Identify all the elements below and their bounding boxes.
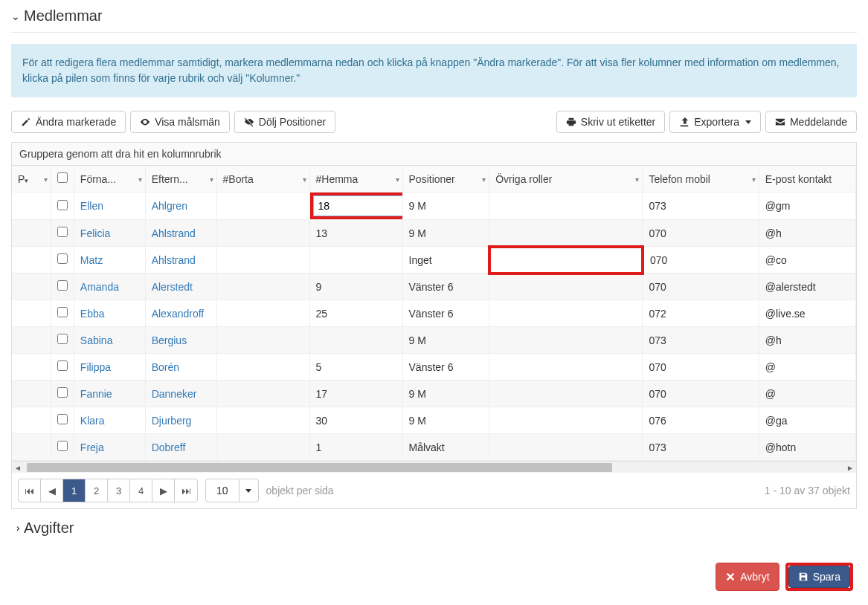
home-cell[interactable]: 13 <box>309 220 402 247</box>
col-menu-icon[interactable]: ▾ <box>396 175 399 183</box>
col-menu-icon[interactable]: ▾ <box>44 175 48 183</box>
home-cell[interactable]: 30 <box>309 407 402 434</box>
col-home[interactable]: #Hemma▾ <box>309 166 402 192</box>
roles-cell[interactable] <box>489 192 643 220</box>
away-cell[interactable] <box>216 300 309 327</box>
col-menu-icon[interactable]: ▾ <box>635 175 639 183</box>
row-checkbox[interactable] <box>57 253 68 264</box>
home-cell[interactable]: 25 <box>309 300 402 327</box>
roles-cell[interactable] <box>489 247 643 274</box>
away-cell[interactable] <box>216 434 309 461</box>
positions-cell[interactable]: 9 M <box>402 407 489 434</box>
section-fees-header[interactable]: ⌄ Avgifter <box>11 520 857 537</box>
home-cell[interactable] <box>309 327 402 354</box>
lastname-link[interactable]: Djurberg <box>152 415 192 427</box>
lastname-link[interactable]: Dobreff <box>152 441 186 453</box>
roles-cell[interactable] <box>489 300 643 327</box>
horizontal-scrollbar[interactable]: ◄ ► <box>12 461 856 473</box>
col-roles[interactable]: Övriga roller▾ <box>489 166 643 192</box>
row-checkbox[interactable] <box>57 414 68 424</box>
firstname-link[interactable]: Klara <box>80 415 105 427</box>
row-checkbox[interactable] <box>57 280 68 291</box>
message-button[interactable]: Meddelande <box>765 111 857 133</box>
firstname-link[interactable]: Amanda <box>80 281 119 293</box>
away-cell[interactable] <box>216 274 309 300</box>
positions-cell[interactable]: 9 M <box>402 192 489 220</box>
positions-cell[interactable]: Vänster 6 <box>402 274 489 300</box>
col-phone[interactable]: Telefon mobil▾ <box>643 166 759 192</box>
save-button[interactable]: Spara <box>788 566 850 588</box>
row-checkbox[interactable] <box>57 200 68 210</box>
section-members-header[interactable]: ⌄ Medlemmar <box>11 7 857 25</box>
home-number-input[interactable] <box>313 195 403 216</box>
row-checkbox[interactable] <box>57 307 68 317</box>
pager-page-1[interactable]: 1 <box>63 479 86 502</box>
pager-page-3[interactable]: 3 <box>108 479 130 502</box>
table-row[interactable]: SabinaBergius9 M073@h <box>12 327 856 354</box>
away-cell[interactable] <box>216 381 309 407</box>
roles-cell[interactable] <box>489 327 643 354</box>
scroll-thumb[interactable] <box>27 463 612 472</box>
table-row[interactable]: FannieDanneker179 M070@ <box>12 381 856 407</box>
pager-next[interactable]: ▶ <box>152 479 175 502</box>
table-row[interactable]: AmandaAlerstedt9Vänster 6070@alerstedt <box>12 274 856 300</box>
firstname-link[interactable]: Fannie <box>80 388 112 400</box>
roles-cell[interactable] <box>489 354 643 381</box>
away-cell[interactable] <box>216 327 309 354</box>
lastname-link[interactable]: Ahlstrand <box>152 227 196 239</box>
col-email[interactable]: E-post kontakt <box>759 166 855 192</box>
lastname-link[interactable]: Danneker <box>152 388 197 400</box>
col-p[interactable]: P▾▾ <box>12 166 51 192</box>
positions-cell[interactable]: 9 M <box>402 327 489 354</box>
lastname-link[interactable]: Alerstedt <box>152 281 193 293</box>
firstname-link[interactable]: Ellen <box>80 200 103 212</box>
table-row[interactable]: MatzAhlstrandInget070@co <box>12 247 856 274</box>
page-size-select[interactable]: 10 <box>205 479 259 502</box>
scroll-left-icon[interactable]: ◄ <box>12 462 24 473</box>
col-lastname[interactable]: Eftern...▾ <box>145 166 216 192</box>
group-hint[interactable]: Gruppera genom att dra hit en kolumnrubr… <box>12 143 856 166</box>
table-row[interactable]: FilippaBorén5Vänster 6070@ <box>12 354 856 381</box>
away-cell[interactable] <box>216 220 309 247</box>
firstname-link[interactable]: Ebba <box>80 308 105 320</box>
row-checkbox[interactable] <box>57 334 68 344</box>
col-menu-icon[interactable]: ▾ <box>210 175 213 183</box>
lastname-link[interactable]: Ahlstrand <box>152 254 196 266</box>
roles-cell[interactable] <box>489 407 643 434</box>
col-select-all[interactable] <box>51 166 74 192</box>
dropdown-icon[interactable] <box>239 479 258 502</box>
firstname-link[interactable]: Freja <box>80 441 104 453</box>
pager-last[interactable]: ⏭ <box>175 479 197 502</box>
pager-page-2[interactable]: 2 <box>86 479 108 502</box>
row-checkbox[interactable] <box>57 387 68 398</box>
select-all-checkbox[interactable] <box>57 172 68 183</box>
show-guardians-button[interactable]: Visa målsmän <box>130 111 230 133</box>
col-menu-icon[interactable]: ▾ <box>482 175 486 183</box>
positions-cell[interactable]: Inget <box>402 247 489 274</box>
positions-cell[interactable]: Målvakt <box>402 434 489 461</box>
row-checkbox[interactable] <box>57 360 68 371</box>
lastname-link[interactable]: Alexandroff <box>152 308 205 320</box>
home-cell[interactable]: 1 <box>309 434 402 461</box>
lastname-link[interactable]: Borén <box>152 361 179 373</box>
home-cell[interactable]: 17 <box>309 381 402 407</box>
positions-cell[interactable]: 9 M <box>402 220 489 247</box>
roles-cell[interactable] <box>489 220 643 247</box>
export-button[interactable]: Exportera <box>669 111 761 133</box>
col-menu-icon[interactable]: ▾ <box>138 175 142 183</box>
roles-cell[interactable] <box>489 274 643 300</box>
col-menu-icon[interactable]: ▾ <box>303 175 306 183</box>
positions-cell[interactable]: Vänster 6 <box>402 300 489 327</box>
firstname-link[interactable]: Filippa <box>80 361 111 373</box>
firstname-link[interactable]: Sabina <box>80 334 113 346</box>
edit-selected-button[interactable]: Ändra markerade <box>11 111 126 133</box>
table-row[interactable]: EbbaAlexandroff25Vänster 6072@live.se <box>12 300 856 327</box>
table-row[interactable]: EllenAhlgren▲▼9 M073@gm <box>12 192 856 220</box>
positions-cell[interactable]: Vänster 6 <box>402 354 489 381</box>
print-labels-button[interactable]: Skriv ut etiketter <box>556 111 665 133</box>
away-cell[interactable] <box>216 192 309 220</box>
away-cell[interactable] <box>216 247 309 274</box>
pager-page-4[interactable]: 4 <box>130 479 152 502</box>
roles-cell[interactable] <box>489 434 643 461</box>
col-menu-icon[interactable]: ▾ <box>752 175 756 183</box>
